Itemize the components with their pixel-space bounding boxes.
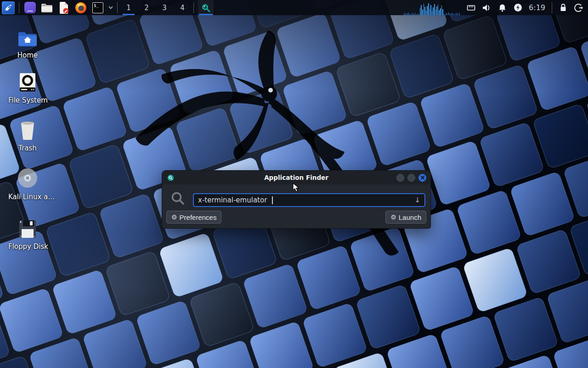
launch-icon: ⚙ [390,214,396,220]
search-input-value: x-terminal-emulator [198,196,267,204]
notification-tray-item[interactable] [498,2,507,13]
desktop-icon-floppy[interactable]: Floppy Disk [8,217,47,251]
top-panel: $_ 1 2 3 4 [0,0,588,15]
window-app-icon [24,2,36,13]
power-manager-tray-item[interactable] [513,2,522,13]
notification-bell-icon [498,4,506,12]
desktop-icon-kali-cd[interactable]: Kali Linux a... [8,167,47,201]
close-button[interactable] [418,174,426,182]
network-tray-item[interactable] [466,2,475,13]
kali-dragon-icon [4,3,13,12]
desktop-icon-label: File System [8,96,47,104]
titlebar[interactable]: Application Finder [162,171,430,184]
workspace-3[interactable]: 3 [158,0,171,15]
launch-button-label: Launch [399,213,421,221]
panel-separator [19,2,19,13]
workspace-4[interactable]: 4 [175,0,189,15]
close-icon [421,176,424,179]
launcher-text-editor[interactable] [57,1,70,14]
workspace-1[interactable]: 1 [122,0,136,15]
search-input[interactable]: x-terminal-emulator ↓ [193,193,425,207]
launcher-window-app[interactable] [23,1,36,14]
terminal-dropdown-chevron[interactable] [108,6,113,10]
network-icon [467,4,475,12]
launcher-file-manager[interactable] [40,1,53,14]
cpu-graph[interactable] [403,2,460,15]
desktop-icon-label: Trash [8,144,47,152]
desktop-icon-label: Floppy Disk [8,242,47,251]
desktop-icon-label: Home [8,51,47,59]
launcher-firefox[interactable] [74,1,87,14]
dropdown-arrow-icon[interactable]: ↓ [414,196,420,204]
text-editor-icon [58,2,69,14]
launcher-terminal[interactable]: $_ [91,1,104,14]
applications-menu-button[interactable] [2,1,15,14]
app-finder-window-icon [167,174,174,181]
file-system-drive-icon [8,71,47,92]
desktop-icon-trash[interactable]: Trash [8,119,47,152]
desktop-icon-file-system[interactable]: File System [8,71,47,104]
tasklist-application-finder[interactable] [198,0,214,15]
lock-icon [560,3,567,12]
volume-tray-item[interactable] [482,2,491,13]
window-title: Application Finder [162,174,430,181]
minimize-button[interactable] [396,174,404,182]
cd-disc-icon [8,167,47,189]
search-icon [171,191,185,205]
home-folder-icon [8,26,47,47]
file-manager-icon [41,3,53,13]
workspace-2[interactable]: 2 [140,0,153,15]
text-caret [272,196,273,204]
panel-separator [552,2,552,13]
logout-icon [574,3,583,12]
desktop-icon-home[interactable]: Home [8,26,47,59]
app-finder-task-icon [201,3,210,12]
clock[interactable]: 6:19 [529,3,545,12]
terminal-icon: $_ [92,2,103,13]
volume-icon [482,4,491,12]
maximize-button[interactable] [407,174,415,182]
panel-separator [193,2,194,13]
launch-button[interactable]: ⚙ Launch [385,211,426,224]
preferences-button[interactable]: ⚙ Preferences [166,211,221,224]
application-finder-window: Application Finder x-terminal-emulator ↓… [162,170,431,229]
desktop-icon-label: Kali Linux a... [8,193,47,201]
firefox-icon [75,2,87,14]
logout-button[interactable] [574,2,583,13]
floppy-disk-icon [8,217,47,238]
lock-screen-button[interactable] [559,2,568,13]
preferences-button-label: Preferences [180,213,217,221]
panel-separator [117,2,118,13]
gear-icon: ⚙ [171,214,177,220]
power-icon [514,3,522,12]
trash-icon [8,119,47,140]
